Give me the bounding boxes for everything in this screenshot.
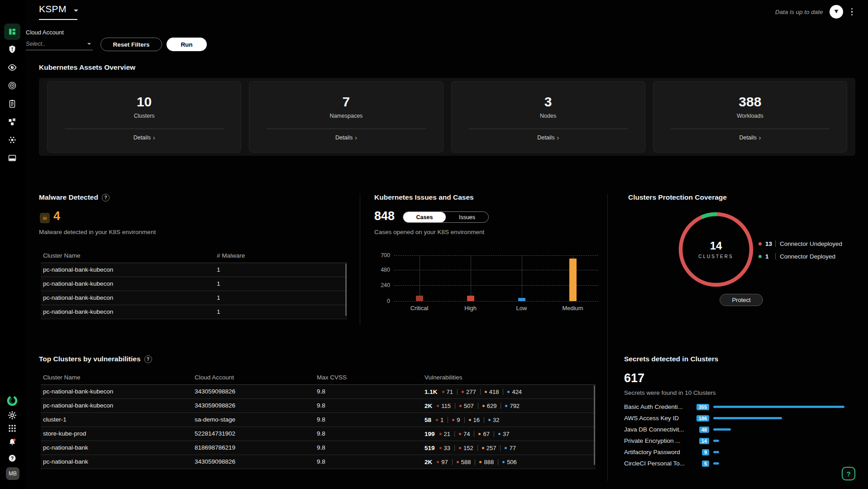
cell-cluster: pc-national-bank-kubecon <box>43 388 113 395</box>
cloud-account-label: Cloud Account <box>26 29 64 36</box>
bar-stem <box>471 255 471 301</box>
details-link[interactable]: Details› <box>134 134 155 141</box>
kebab-menu[interactable] <box>849 6 855 18</box>
sidebar-item-clipboard-icon[interactable] <box>8 99 17 108</box>
apps-grid-icon[interactable] <box>8 424 17 433</box>
y-tick-label: 240 <box>374 282 390 288</box>
severity-dot <box>462 391 464 393</box>
cloud-account-placeholder: Select.. <box>26 40 45 47</box>
reset-filters-button[interactable]: Reset Filters <box>100 38 162 51</box>
table-row[interactable]: pc-national-bank-kubecon1 <box>41 291 347 305</box>
details-link[interactable]: Details› <box>739 134 761 141</box>
severity-critical: 97 <box>437 459 448 465</box>
details-link[interactable]: Details› <box>537 134 559 141</box>
severity-high: 74 <box>459 431 470 437</box>
secret-item[interactable]: CircleCI Personal To...5 <box>624 458 850 469</box>
asset-card-nodes: 3NodesDetails› <box>451 81 645 153</box>
secret-item[interactable]: Artifactory Password9 <box>624 446 850 458</box>
secret-bar <box>713 417 782 419</box>
severity-dot <box>439 447 442 449</box>
table-row[interactable]: pc-national-bank-kubecon3430590988269.82… <box>41 399 596 413</box>
severity-count: 77 <box>509 445 515 451</box>
tab-issues[interactable]: Issues <box>446 212 488 222</box>
cloud-account-select[interactable]: Select.. <box>26 39 93 50</box>
severity-count: 424 <box>512 388 522 395</box>
cases-severity-chart: 0240480700CriticalHighLowMedium <box>394 252 598 315</box>
divider <box>469 129 628 129</box>
bar-high[interactable] <box>467 296 474 301</box>
sidebar-item-target-icon[interactable] <box>8 81 17 90</box>
cell: 1 <box>217 266 220 273</box>
table-row[interactable]: pc-national-bank8186987862199.8519331522… <box>41 441 596 455</box>
severity-medium: 67 <box>478 431 489 437</box>
severity-low: 792 <box>505 403 520 409</box>
protect-button[interactable]: Protect <box>720 294 763 306</box>
bar-medium[interactable] <box>569 259 577 301</box>
table-row[interactable]: pc-national-bank-kubecon1 <box>41 263 347 277</box>
chevron-right-icon: › <box>153 134 155 141</box>
tab-cases[interactable]: Cases <box>403 212 446 222</box>
coverage-donut-chart[interactable]: 14 CLUSTERS <box>676 210 756 289</box>
avatar[interactable]: MB <box>6 467 19 480</box>
table-row[interactable]: pc-national-bank-kubecon3430590988269.81… <box>41 385 596 399</box>
sidebar-item-shield-alert-icon[interactable] <box>8 45 17 54</box>
cell: pc-national-bank-kubecon <box>43 280 113 287</box>
details-link[interactable]: Details› <box>335 134 357 141</box>
secret-item[interactable]: Private Encryption ...14 <box>624 435 850 446</box>
severity-dot <box>482 447 484 449</box>
sidebar-item-blocks-icon[interactable] <box>8 117 17 126</box>
asset-count: 388 <box>739 95 761 109</box>
table-row[interactable]: cluster-1sa-demo-stage9.858191632 <box>41 413 596 427</box>
sidebar-item-eye-icon[interactable] <box>8 63 17 72</box>
severity-count: 32 <box>493 417 499 423</box>
bar-low[interactable] <box>518 298 525 301</box>
table-row[interactable]: store-kube-prod5228147319029.81992174673… <box>41 427 596 441</box>
secret-item[interactable]: Basic Auth Credenti...355 <box>624 401 850 412</box>
filter-funnel-button[interactable] <box>830 5 843 19</box>
issues-cases-title: Kubernetes Issues and Cases <box>374 193 474 201</box>
divider <box>501 403 501 409</box>
cell-vulnerabilities: 2K97588888506 <box>424 455 517 469</box>
secret-label: Java DB Connectivit... <box>624 426 688 433</box>
gear-icon[interactable] <box>8 411 17 420</box>
bar-critical[interactable] <box>416 296 423 301</box>
y-tick-label: 0 <box>374 298 390 304</box>
divider <box>671 129 830 129</box>
count-badge: 186 <box>696 415 709 422</box>
cell-account: 522814731902 <box>195 430 235 437</box>
legend-item[interactable]: 1Connector Deployed <box>758 250 842 263</box>
scrollbar[interactable] <box>594 385 595 465</box>
table-row[interactable]: pc-national-bank3430590988269.82K9758888… <box>41 455 596 469</box>
clusters-label: CLUSTERS <box>698 254 733 259</box>
secret-bar <box>713 428 731 431</box>
orca-logo-icon[interactable] <box>6 395 18 407</box>
help-circle-icon[interactable]: ? <box>8 454 17 463</box>
sidebar-item-dashboard-icon[interactable] <box>4 24 20 40</box>
legend-item[interactable]: 13Connector Undeployed <box>758 237 842 250</box>
cell-cluster: cluster-1 <box>43 416 67 423</box>
bell-icon[interactable] <box>8 438 17 447</box>
table-row[interactable]: pc-national-bank-kubecon1 <box>41 305 347 319</box>
divider <box>457 389 458 395</box>
scrollbar[interactable] <box>345 264 347 316</box>
cell-account: 343059098826 <box>195 388 235 395</box>
help-icon[interactable]: ? <box>144 355 152 363</box>
help-icon[interactable]: ? <box>102 194 110 201</box>
severity-high: 152 <box>459 445 473 451</box>
vuln-total: 1.1K <box>424 388 438 395</box>
divider <box>775 253 776 259</box>
help-fab-button[interactable]: ? <box>842 467 855 480</box>
page-title[interactable]: KSPM <box>39 4 67 14</box>
sidebar-item-burst-icon[interactable] <box>8 135 17 144</box>
secret-item[interactable]: AWS Access Key ID186 <box>624 412 850 424</box>
divider <box>478 403 478 409</box>
column-header: # Malware <box>217 252 245 259</box>
funnel-icon <box>833 9 839 15</box>
table-row[interactable]: pc-national-bank-kubecon1 <box>41 277 347 291</box>
sidebar-item-media-panel-icon[interactable] <box>8 153 17 163</box>
secret-bar <box>713 406 844 408</box>
secret-item[interactable]: Java DB Connectivit...48 <box>624 424 850 435</box>
run-button[interactable]: Run <box>167 38 207 51</box>
severity-critical: 21 <box>439 431 450 437</box>
divider <box>607 194 608 481</box>
